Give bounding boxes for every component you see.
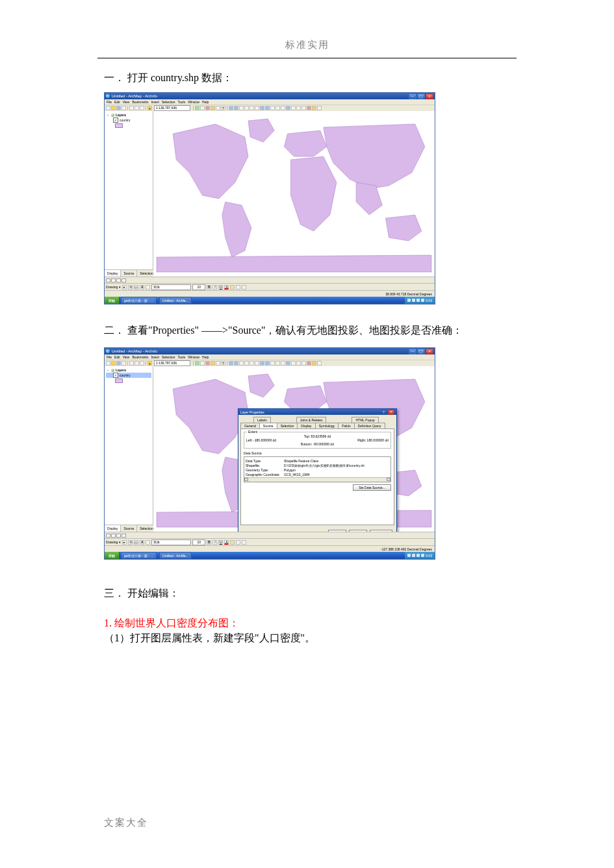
tab-display[interactable]: Display [297,423,315,428]
measure-icon[interactable] [301,361,306,366]
menu-selection[interactable]: Selection [162,355,175,359]
tray-icon[interactable] [416,554,420,557]
time-slider-icon[interactable] [312,106,316,110]
tab-source[interactable]: Source [259,423,277,428]
rect-icon[interactable]: ▭ [134,540,138,545]
paste-icon[interactable] [140,106,144,110]
tool-a-icon[interactable] [200,361,205,366]
toc-tab-display[interactable]: Display [105,525,121,532]
tab-fields[interactable]: Fields [338,423,354,428]
dialog-help-button[interactable]: ? [383,410,388,414]
menu-selection[interactable]: Selection [162,100,175,104]
cancel-button[interactable]: 取消 [349,530,367,532]
zoom-in-icon[interactable] [229,361,233,366]
tray-icon[interactable] [407,299,411,302]
menu-bookmarks[interactable]: Bookmarks [132,100,148,104]
system-tray[interactable]: 9:03 [405,552,435,559]
select-elements-icon[interactable] [281,361,285,366]
hyperlink-icon[interactable] [307,106,311,110]
dialog-close-button[interactable]: × [388,410,394,415]
new-doc-icon[interactable] [106,106,110,110]
font-input[interactable]: 宋体 [151,284,191,290]
font-input[interactable]: 宋体 [151,539,191,545]
taskbar-item-2[interactable]: Untitled - ArcMa... [159,297,192,304]
zoom-out-icon[interactable] [234,106,238,110]
menu-help[interactable]: Help [202,355,209,359]
copy-icon[interactable] [134,361,139,366]
layout-view-icon[interactable] [111,279,116,282]
goto-xy-icon[interactable] [296,106,301,110]
full-extent-icon[interactable] [244,106,249,110]
apply-button[interactable]: 应用(A) [370,530,392,532]
layer-symbol-swatch[interactable] [115,378,123,383]
text-icon[interactable]: A [140,540,144,545]
minimize-button[interactable]: – [409,93,416,99]
data-view-icon[interactable] [106,534,110,538]
underline-icon[interactable]: U [218,285,223,290]
menu-view[interactable]: View [123,355,130,359]
tab-definition-query[interactable]: Definition Query [354,423,385,428]
scroll-left-icon[interactable] [244,478,248,481]
layer-visibility-checkbox[interactable]: ✓ [113,373,118,378]
layer-name[interactable]: country [120,118,130,122]
maximize-button[interactable]: ▢ [417,349,425,354]
menu-insert[interactable]: Insert [151,355,159,359]
clear-selection-icon[interactable] [275,106,280,110]
scale-input[interactable]: 1:136,797,636 [154,360,190,366]
start-button[interactable]: 开始 [105,552,120,559]
pause-drawing-icon[interactable] [122,279,126,282]
close-button[interactable]: × [426,93,433,99]
fill-color-icon[interactable] [230,540,235,545]
menu-edit[interactable]: Edit [114,100,120,104]
fixed-zoom-in-icon[interactable] [249,361,254,366]
catalog-icon[interactable] [216,361,220,366]
save-icon[interactable] [116,106,121,110]
map-view[interactable]: Layer Properties ? × Labels Joins & Rela… [153,366,435,532]
start-button[interactable]: 开始 [105,297,120,304]
zoom-in-icon[interactable] [229,106,233,110]
fixed-zoom-out-icon[interactable] [255,361,259,366]
layout-view-icon[interactable] [111,534,116,538]
tray-icon[interactable] [421,554,424,557]
pan-icon[interactable] [239,106,244,110]
select-features-icon[interactable] [270,106,275,110]
refresh-icon[interactable] [116,534,121,538]
bold-icon[interactable]: B [207,285,211,290]
taskbar-item-1[interactable]: gis作业六第一题 - ... [121,297,157,304]
system-tray[interactable]: 9:03 [405,297,435,304]
map-view[interactable] [153,111,435,277]
forward-extent-icon[interactable] [265,106,270,110]
tray-icon[interactable] [407,554,411,557]
tray-icon[interactable] [412,554,415,557]
paste-icon[interactable] [140,361,144,366]
rotate-icon[interactable]: ⟲ [128,540,133,545]
layer-visibility-checkbox[interactable]: ✓ [113,118,118,123]
select-element-icon[interactable]: ▸ [122,285,127,290]
editor-icon[interactable] [195,106,199,110]
back-extent-icon[interactable] [260,361,264,366]
menu-window[interactable]: Window [188,100,199,104]
select-features-icon[interactable] [270,361,275,366]
bold-icon[interactable]: B [207,540,211,545]
cut-icon[interactable] [129,106,134,110]
line-color-icon[interactable] [236,540,240,545]
taskbar-item-1[interactable]: gis作业六第一题 - ... [121,552,157,559]
full-extent-icon[interactable] [244,361,249,366]
layer-name[interactable]: country [120,373,130,377]
menu-insert[interactable]: Insert [151,100,159,104]
data-frame-label[interactable]: Layers [116,113,126,117]
cut-icon[interactable] [129,361,134,366]
menu-file[interactable]: File [107,355,112,359]
menu-bookmarks[interactable]: Bookmarks [132,355,148,359]
taskbar-item-2[interactable]: Untitled - ArcMa... [159,552,192,559]
text-icon[interactable]: A [140,285,144,290]
font-size-input[interactable]: 10 [192,539,205,545]
marker-color-icon[interactable] [242,285,246,290]
scale-input[interactable]: 1:136,797,636 [154,105,190,111]
print-icon[interactable] [122,106,126,110]
tab-labels[interactable]: Labels [253,417,271,423]
pan-icon[interactable] [239,361,244,366]
edit-vertices-icon[interactable] [146,540,150,545]
fixed-zoom-out-icon[interactable] [255,106,259,110]
menu-window[interactable]: Window [188,355,199,359]
